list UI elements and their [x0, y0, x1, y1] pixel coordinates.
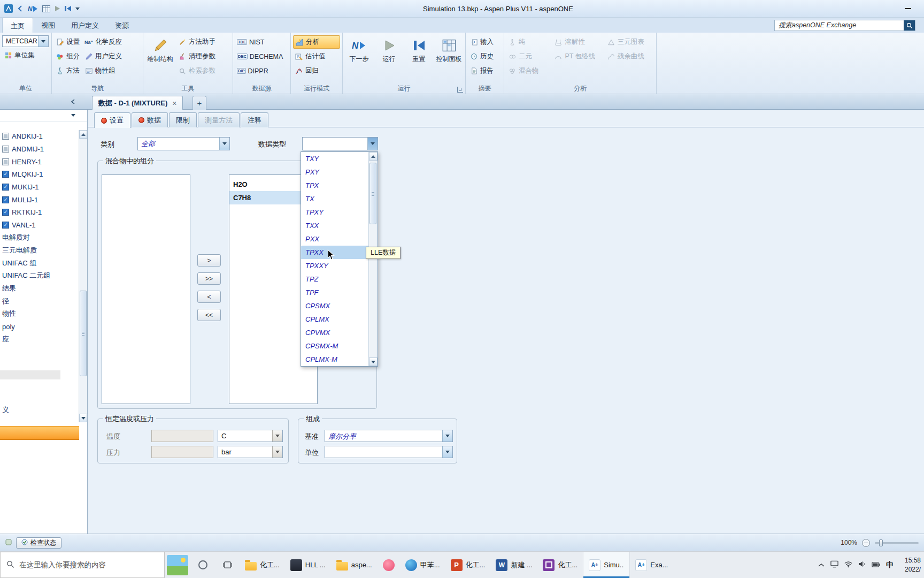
input-button[interactable]: 输入	[468, 35, 502, 49]
run-button[interactable]: 运行	[375, 35, 403, 84]
taskbar-app-button[interactable]: Exa...	[630, 552, 673, 578]
desktop-thumbnail-icon[interactable]	[167, 555, 188, 575]
tree-item[interactable]: RKTKIJ-1	[0, 206, 78, 219]
new-tab-button[interactable]: +	[192, 96, 206, 110]
navigation-filter[interactable]	[0, 110, 87, 121]
scroll-up-icon[interactable]	[79, 130, 87, 139]
form-tab[interactable]: 设置	[94, 112, 130, 128]
available-components-listbox[interactable]	[102, 174, 190, 404]
speaker-icon[interactable]	[858, 561, 866, 569]
transfer-button[interactable]: <<	[197, 309, 221, 321]
app-icon[interactable]	[4, 3, 13, 14]
tree-item[interactable]: UNIFAC 组	[0, 257, 78, 270]
search-icon[interactable]	[904, 20, 915, 31]
chevron-down-icon[interactable]	[272, 430, 282, 442]
taskbar-app-button[interactable]: 化工...	[537, 552, 583, 578]
taskbar-app-button[interactable]: 新建 ...	[490, 552, 537, 578]
tree-item[interactable]: poly	[0, 320, 78, 333]
document-tab[interactable]: 数据 - D-1 (MIXTURE) ×	[92, 96, 183, 110]
report-button[interactable]: 报告	[468, 64, 502, 78]
minimize-button[interactable]	[905, 3, 911, 14]
form-tab[interactable]: 数据	[132, 112, 168, 127]
datatype-combo[interactable]	[302, 137, 378, 150]
check-status-button[interactable]: 检查状态	[16, 537, 61, 549]
form-tab[interactable]: 测量方法	[198, 112, 240, 127]
tree-item[interactable]: 结果	[0, 282, 78, 295]
chevron-down-icon[interactable]	[442, 430, 452, 442]
tree-item[interactable]: ANDMIJ-1	[0, 143, 78, 156]
ribbon-tab[interactable]: 用户定义	[63, 18, 107, 33]
scroll-down-icon[interactable]	[369, 358, 378, 366]
datatype-option[interactable]: PXY	[301, 165, 368, 179]
unit-set-combo[interactable]: METCBAR	[2, 35, 49, 47]
analysis-mode-button[interactable]: 分析	[293, 35, 340, 49]
chevron-down-icon[interactable]	[272, 446, 282, 458]
task-view-button[interactable]	[215, 552, 240, 578]
monitor-icon[interactable]	[830, 560, 838, 569]
battery-icon[interactable]	[872, 561, 880, 569]
setup-button[interactable]: 设置	[54, 35, 81, 49]
transfer-button[interactable]: >>	[197, 272, 221, 285]
scroll-down-icon[interactable]	[79, 414, 87, 422]
form-tab[interactable]: 注释	[241, 112, 268, 127]
regression-mode-button[interactable]: 回归	[293, 64, 340, 78]
chevron-left-icon[interactable]	[68, 97, 77, 106]
basis-combo[interactable]: 摩尔分率	[325, 430, 453, 442]
tree-item[interactable]: UNIFAC 二元组	[0, 270, 78, 283]
reset-icon[interactable]	[64, 3, 72, 14]
tree-item[interactable]: MULIJ-1	[0, 193, 78, 206]
taskbar-search-input[interactable]: 在这里输入你要搜索的内容	[0, 552, 165, 578]
taskbar-app-button[interactable]	[378, 552, 400, 578]
methods-assistant-button[interactable]: 方法助手	[176, 35, 217, 49]
ribbon-tab[interactable]: 资源	[107, 18, 137, 33]
taskbar-app-button[interactable]: 甲苯...	[400, 552, 445, 578]
datatype-option[interactable]: PXX	[301, 232, 368, 246]
chevron-down-icon[interactable]	[367, 138, 378, 150]
control-panel-button[interactable]: 控制面板	[435, 35, 463, 84]
datatype-option[interactable]: CPLMX	[301, 313, 368, 326]
form-tab[interactable]: 限制	[169, 112, 197, 127]
nist-button[interactable]: TDENIST	[235, 35, 288, 49]
prop-sets-button[interactable]: 物性组	[83, 64, 124, 78]
dechema-button[interactable]: DECDECHEMA	[235, 50, 288, 63]
datatype-option[interactable]: CPLMX-M	[301, 353, 368, 366]
tree-item[interactable]: MUKIJ-1	[0, 181, 78, 194]
chevron-down-icon[interactable]	[442, 446, 452, 458]
draw-structure-button[interactable]: 绘制结构	[145, 35, 175, 84]
reset-button[interactable]: 重置	[405, 35, 433, 84]
taskbar-app-button[interactable]: 化工...	[240, 552, 285, 578]
aspenone-search-box[interactable]: 搜索aspenONE Exchange	[774, 20, 915, 31]
chevron-down-icon[interactable]	[219, 138, 229, 150]
dippr-button[interactable]: DIPDIPPR	[235, 64, 288, 78]
control-panel-icon[interactable]	[42, 3, 50, 14]
methods-button[interactable]: 方法	[54, 64, 81, 78]
back-icon[interactable]	[17, 3, 24, 14]
properties-nav-highlight[interactable]	[0, 426, 79, 440]
unit-sets-button[interactable]: 单位集	[2, 49, 49, 62]
scrollbar-thumb[interactable]	[369, 163, 376, 224]
datatype-option[interactable]: TPXX	[301, 246, 368, 259]
datatype-option[interactable]: CPVMX	[301, 326, 368, 339]
chemistry-button[interactable]: Na⁺化学反应	[83, 35, 124, 49]
datatype-option[interactable]: TPX	[301, 179, 368, 192]
tree-item[interactable]: 电解质对	[0, 232, 78, 245]
datatype-option[interactable]: TXX	[301, 219, 368, 232]
datatype-option[interactable]: TPXY	[301, 206, 368, 219]
ime-indicator[interactable]: 中	[886, 560, 894, 570]
tree-item[interactable]: 物性	[0, 308, 78, 321]
taskbar-app-button[interactable]: 化工...	[445, 552, 491, 578]
taskbar-app-button[interactable]: aspe...	[331, 552, 378, 578]
datatype-option[interactable]: TPXXY	[301, 259, 368, 272]
chevron-down-icon[interactable]	[38, 36, 48, 47]
datatype-option[interactable]: TPZ	[301, 272, 368, 286]
tree-item[interactable]: 三元电解质	[0, 244, 78, 257]
sidebar-scrollbar[interactable]	[79, 130, 87, 422]
tree-item[interactable]: ANDKIJ-1	[0, 130, 78, 143]
tree-selected-row[interactable]	[0, 370, 60, 379]
tree-item[interactable]: MLQKIJ-1	[0, 168, 78, 181]
scroll-up-icon[interactable]	[369, 152, 378, 161]
ribbon-tab[interactable]: 视图	[33, 18, 63, 33]
close-tab-icon[interactable]: ×	[172, 99, 176, 108]
next-button[interactable]: N 下一步	[345, 35, 373, 84]
history-button[interactable]: 历史	[468, 50, 502, 63]
